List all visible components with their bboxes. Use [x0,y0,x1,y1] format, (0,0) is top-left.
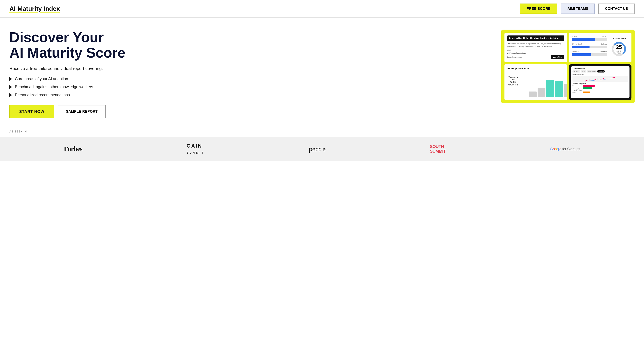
lesson-body: This lesson focuses on using AI tools li… [507,42,564,48]
score-bar-track [572,38,607,41]
arrow-icon [10,93,12,97]
mobile-bar [583,92,590,93]
lesson-footer: Level: Intermediate Learn More [507,55,564,59]
paddle-logo: paddle [309,145,326,153]
score-number: 25 [615,44,623,50]
hero-subtitle: Receive a free tailored individual repor… [10,66,131,71]
chart-bar [564,84,567,98]
score-bar-fill [572,46,590,48]
chart-bar [538,88,546,98]
list-item: Benchmark against other knowledge worker… [10,85,131,89]
dashboard-preview: Learn to Use AI: Set Up a Meeting Prep A… [501,30,634,103]
arrow-icon [10,85,12,89]
aimi-teams-button[interactable]: AIMI TEAMS [561,4,595,14]
forbes-logo: Forbes [64,145,82,153]
mobile-app-title: AI Maturity Index [572,68,628,70]
sample-report-button[interactable]: SAMPLE REPORT [58,105,106,118]
adoption-label: You are intheEARLYMAJORITY [508,76,518,86]
score-bar-track [572,46,607,48]
as-seen-in-section: AS SEEN IN [0,126,644,135]
mobile-card: AI Maturity Index Summary Skills Benchma… [569,64,632,100]
score-bar-fill [572,53,591,56]
score-row-1: Novice Expert [572,36,607,41]
mobile-nav-item[interactable]: Benchmarks [587,70,596,72]
adoption-title: AI Adoption Curve [507,67,564,70]
logo: AI Maturity Index [10,5,60,12]
as-seen-label: AS SEEN IN [10,130,634,133]
hero-section: Discover Your AI Maturity Score Receive … [0,18,644,126]
learn-more-button[interactable]: Learn More [551,55,564,59]
bar-container [555,72,563,98]
hero-buttons: START NOW SAMPLE REPORT [10,105,131,118]
score-out-of: out of 100 [615,50,623,54]
mobile-nav-item-active[interactable]: Tracking [597,70,604,72]
lesson-card: Learn to Use AI: Set Up a Meeting Prep A… [504,33,567,62]
mobile-bar [583,85,595,86]
bar-container [546,72,554,98]
nav-buttons: FREE SCORE AIMI TEAMS CONTACT US [520,4,634,14]
mobile-usage-title: AI Usage Frequency [572,83,628,84]
mobile-chart [572,76,628,82]
mobile-screen: AI Maturity Index Summary Skills Benchma… [571,66,630,98]
contact-us-button[interactable]: CONTACT US [598,4,634,14]
adoption-card: AI Adoption Curve You are intheEARLYMAJO… [504,64,567,100]
mobile-bar-row: Time Savings [572,87,628,89]
score-row-2: Off-the-Shelf Tailored [572,43,607,48]
hero-left: Discover Your AI Maturity Score Receive … [10,30,131,118]
lesson-meta: Lindy [507,50,564,51]
start-now-button[interactable]: START NOW [10,105,54,118]
bar-container [538,72,546,98]
bar-container [564,72,567,98]
chart-bar [529,92,536,98]
mobile-nav: Summary Skills Benchmarks Tracking [572,70,628,72]
list-item: Personalized recommendations [10,93,131,97]
score-row-3: Skeptical Confident [572,51,607,56]
chart-bar [546,80,554,98]
your-score-label: Your AIMI Score [611,38,627,40]
list-item: Core areas of your AI adoption [10,76,131,81]
mobile-section-title: AI Maturity Score [572,74,628,75]
free-score-button[interactable]: FREE SCORE [520,4,557,14]
score-circle: 25 out of 100 [611,41,627,58]
mobile-nav-item[interactable]: Summary [572,70,580,72]
chart-bar [555,81,563,98]
lesson-title: Learn to Use AI: Set Up a Meeting Prep A… [507,36,564,41]
navbar: AI Maturity Index FREE SCORE AIMI TEAMS … [0,0,644,18]
logos-bar: Forbes GAINSUMMIT paddle SOUTHSUMMIT Goo… [0,137,644,161]
hero-title: Discover Your AI Maturity Score [10,30,131,60]
mobile-bar [583,87,592,89]
mobile-nav-item[interactable]: Skills [581,70,586,72]
lesson-tag: AI Personal Assistants [507,52,564,54]
hero-list: Core areas of your AI adoption Benchmark… [10,76,131,97]
lesson-level: Level: Intermediate [507,56,522,58]
south-summit-logo: SOUTHSUMMIT [430,144,446,154]
scores-card: Novice Expert Off-the-Shelf Tailored [569,33,632,62]
arrow-icon [10,77,12,81]
mobile-global-title: Global AI Aw... [572,89,628,91]
score-bar-track [572,53,607,56]
bar-container [529,72,536,98]
your-score-box: Your AIMI Score 25 out of 100 [609,36,629,60]
mobile-bar-row: Score [572,92,628,93]
google-startups-logo: Google for Startups [550,147,580,151]
mobile-bar-row: This week [572,85,628,86]
gain-summit-logo: GAINSUMMIT [186,143,204,155]
score-bar-fill [572,38,595,41]
